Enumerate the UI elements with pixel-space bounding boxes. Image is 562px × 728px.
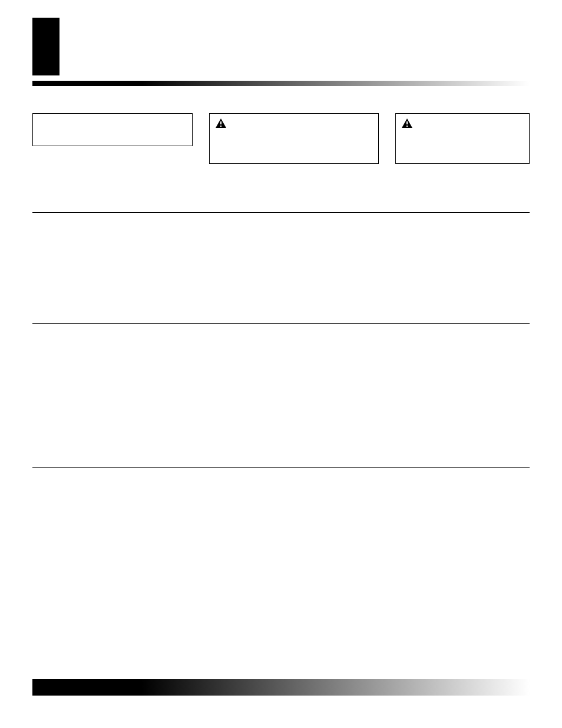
section-divider [32, 212, 530, 213]
svg-rect-5 [406, 126, 408, 127]
svg-rect-1 [220, 121, 222, 124]
warning-icon [402, 118, 412, 128]
section-divider [32, 323, 530, 324]
warning-box-1 [209, 113, 379, 164]
divider-gradient-top [32, 81, 530, 86]
warning-icon [216, 118, 226, 128]
svg-rect-2 [220, 126, 222, 127]
section-tab [32, 18, 59, 75]
notice-row [32, 113, 530, 164]
section-divider [32, 467, 530, 468]
notice-box-plain [32, 113, 193, 146]
page [0, 0, 562, 728]
warning-box-2 [395, 113, 530, 164]
page-header [72, 18, 530, 86]
svg-rect-4 [406, 121, 408, 124]
divider-gradient-bottom [32, 679, 530, 696]
